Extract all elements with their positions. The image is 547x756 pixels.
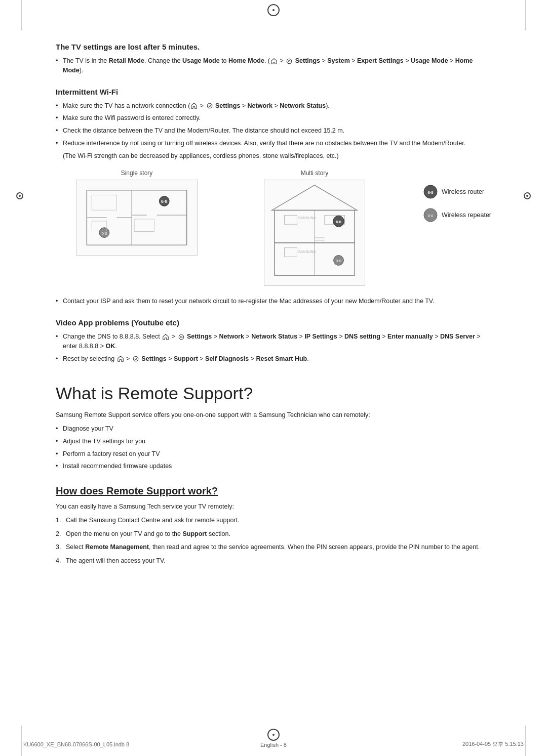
svg-text:SAMSUNG: SAMSUNG: [298, 250, 316, 254]
svg-text:6·8: 6·8: [161, 199, 167, 204]
remote-support-item1: Diagnose your TV: [56, 424, 491, 434]
page-content: The TV settings are lost after 5 minutes…: [46, 0, 501, 610]
footer-right: 2016-04-05 오후 5:15:13: [462, 740, 524, 748]
svg-rect-25: [285, 248, 297, 257]
svg-marker-17: [272, 185, 357, 211]
multi-story-svg: 6·8 SAMSUNG SAMSUNG 0·0: [264, 180, 365, 286]
remote-support-heading: What is Remote Support?: [56, 384, 491, 403]
remote-support-section: What is Remote Support? Samsung Remote S…: [56, 384, 491, 471]
video-app-text2: Reset by selecting > Settings > Support …: [63, 355, 309, 362]
wifi-note: (The Wi-Fi strength can be decreased by …: [63, 151, 491, 161]
wifi-list2: Contact your ISP and ask them to reset y…: [56, 297, 491, 306]
remote-support-item3: Perform a factory reset on your TV: [56, 449, 491, 459]
tv-settings-heading: The TV settings are lost after 5 minutes…: [56, 43, 491, 51]
legend-repeater-label: Wireless repeater: [442, 212, 491, 219]
svg-text:0·0: 0·0: [427, 214, 434, 218]
svg-text:0·0: 0·0: [101, 231, 107, 236]
step3: 3. Select Remote Management, then read a…: [56, 542, 491, 552]
footer-left: KU6600_XE_BN68-07866S-00_L05.indb 8: [23, 741, 129, 747]
how-it-works-heading: How does Remote Support work?: [56, 485, 491, 497]
tv-settings-item1: The TV is in the Retail Mode. Change the…: [56, 56, 491, 75]
how-it-works-intro: You can easily have a Samsung Tech servi…: [56, 502, 491, 512]
remote-support-item4: Install recommended firmware updates: [56, 461, 491, 471]
tv-settings-section: The TV settings are lost after 5 minutes…: [56, 43, 491, 75]
svg-point-1: [288, 60, 290, 62]
legend: 6·8 Wireless router 0·0 Wireless repeate…: [411, 170, 491, 222]
svg-point-41: [135, 358, 137, 360]
svg-point-2: [207, 103, 212, 108]
video-app-item1: Change the DNS to 8.8.8.8. Select > Sett…: [56, 332, 491, 351]
step3-num: 3.: [56, 542, 61, 552]
legend-repeater-item: 0·0 Wireless repeater: [423, 208, 491, 222]
settings-icon1: [286, 58, 293, 65]
video-app-heading: Video App problems (Youtube etc): [56, 318, 491, 327]
step1-num: 1.: [56, 516, 61, 525]
video-app-list: Change the DNS to 8.8.8.8. Select > Sett…: [56, 332, 491, 363]
step2-num: 2.: [56, 529, 61, 539]
svg-point-40: [133, 356, 138, 361]
svg-text:SAMSUNG: SAMSUNG: [298, 217, 316, 220]
step4-text: The agent will then access your TV.: [66, 557, 166, 564]
svg-rect-15: [134, 219, 154, 232]
bottom-circle-decoration: [267, 729, 280, 741]
step1: 1. Call the Samsung Contact Centre and a…: [56, 516, 491, 525]
legend-router-item: 6·8 Wireless router: [423, 185, 491, 199]
how-it-works-steps: 1. Call the Samsung Contact Centre and a…: [56, 516, 491, 566]
settings-icon2: [206, 102, 213, 109]
wifi-item4: Reduce interference by not using or turn…: [56, 139, 491, 148]
svg-rect-16: [92, 195, 116, 211]
legend-router-label: Wireless router: [442, 188, 484, 195]
step1-text: Call the Samsung Contact Centre and ask …: [66, 517, 240, 524]
side-left-circle: [16, 192, 23, 199]
svg-text:0·0: 0·0: [336, 259, 342, 264]
step4: 4. The agent will then access your TV.: [56, 556, 491, 566]
single-story-label: Single story: [56, 170, 218, 177]
line-top-left: [21, 0, 22, 30]
single-story-svg: 6·8 0·0: [76, 180, 198, 256]
svg-point-0: [287, 59, 292, 64]
wifi-section: Intermittent Wi-Fi Make sure the TV has …: [56, 88, 491, 307]
legend-repeater-icon: 0·0: [423, 208, 438, 222]
wifi-item2: Make sure the Wifi password is entered c…: [56, 113, 491, 123]
diagram-container: Single story 6·8 0·0: [56, 170, 491, 287]
settings-icon4: [132, 355, 139, 362]
wifi-list: Make sure the TV has a network connectio…: [56, 101, 491, 148]
footer-page: English - 8: [260, 742, 287, 748]
video-app-section: Video App problems (Youtube etc) Change …: [56, 318, 491, 363]
svg-point-39: [180, 336, 182, 338]
svg-rect-23: [285, 216, 297, 225]
multi-story-label: Multi story: [218, 170, 411, 177]
svg-point-3: [209, 105, 211, 107]
step2-text: Open the menu on your TV and go to the S…: [66, 530, 230, 537]
step3-text: Select Remote Management, then read and …: [66, 543, 480, 551]
remote-support-intro: Samsung Remote Support service offers yo…: [56, 410, 491, 420]
how-it-works-section: How does Remote Support work? You can ea…: [56, 485, 491, 566]
footer-center: English - 8: [260, 742, 287, 748]
wifi-item5: Contact your ISP and ask them to reset y…: [56, 297, 491, 306]
video-app-item2: Reset by selecting > Settings > Support …: [56, 354, 491, 364]
single-story-diagram: Single story 6·8 0·0: [56, 170, 218, 257]
wifi-item1: Make sure the TV has a network connectio…: [56, 101, 491, 111]
step2: 2. Open the menu on your TV and go to th…: [56, 529, 491, 539]
step4-num: 4.: [56, 556, 61, 566]
remote-support-list: Diagnose your TV Adjust the TV settings …: [56, 424, 491, 471]
settings-icon3: [178, 333, 185, 341]
svg-point-38: [179, 334, 184, 340]
home-icon2: [190, 102, 198, 109]
home-icon: [270, 58, 278, 65]
wifi-heading: Intermittent Wi-Fi: [56, 88, 491, 96]
svg-text:6·8: 6·8: [336, 220, 342, 224]
svg-text:6·8: 6·8: [427, 190, 434, 195]
wifi-item3: Check the distance between the TV and th…: [56, 126, 491, 136]
home-icon3: [162, 333, 169, 341]
tv-settings-text1: The TV is in the Retail Mode. Change the…: [63, 57, 473, 74]
multi-story-diagram: Multi story: [218, 170, 411, 287]
side-right-circle: [524, 192, 531, 199]
line-top-right: [525, 0, 526, 30]
tv-settings-list: The TV is in the Retail Mode. Change the…: [56, 56, 491, 75]
remote-support-item2: Adjust the TV settings for you: [56, 437, 491, 446]
home-icon4: [117, 355, 124, 362]
video-app-text1: Change the DNS to 8.8.8.8. Select > Sett…: [63, 333, 481, 350]
legend-router-icon: 6·8: [423, 185, 438, 199]
top-circle-decoration: [267, 4, 280, 16]
